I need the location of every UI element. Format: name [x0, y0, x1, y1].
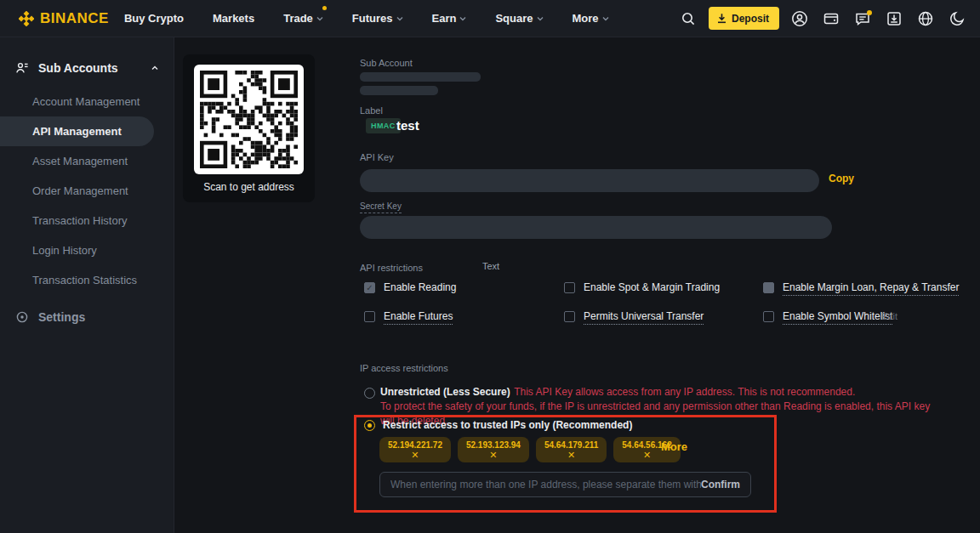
- globe-icon[interactable]: [914, 8, 937, 30]
- sidebar-item-order-management[interactable]: Order Management: [0, 176, 174, 206]
- remove-ip-icon[interactable]: ✕: [411, 450, 419, 460]
- sidebar-item-api-management[interactable]: API Management: [0, 116, 154, 146]
- qr-code: [194, 65, 304, 174]
- checkbox-enable-futures[interactable]: Enable Futures: [364, 310, 453, 325]
- chevron-down-icon: [537, 15, 544, 22]
- sidebar-item-transaction-history[interactable]: Transaction History: [0, 206, 174, 235]
- sub-account-value-redacted-2: [360, 86, 438, 95]
- api-label-value: test: [396, 118, 419, 133]
- ip-access-restrictions-label: IP access restrictions: [360, 363, 448, 373]
- nav-earn[interactable]: Earn: [432, 12, 467, 25]
- checkbox-checked-icon: ✓: [364, 282, 375, 293]
- confirm-button[interactable]: Confirm: [701, 479, 740, 490]
- qr-card: Scan to get address: [183, 54, 315, 202]
- qr-caption: Scan to get address: [183, 181, 315, 193]
- remove-ip-icon[interactable]: ✕: [567, 450, 575, 460]
- binance-diamond-icon: [19, 11, 34, 26]
- dark-mode-moon-icon[interactable]: [946, 8, 968, 30]
- sub-account-label: Sub Account: [360, 58, 413, 68]
- edit-whitelist-button[interactable]: Edit: [881, 311, 897, 321]
- checkbox-enable-symbol-whitelist[interactable]: Enable Symbol Whitelist: [763, 310, 892, 325]
- api-restrictions-label: API restrictions: [360, 263, 423, 273]
- more-ips-button[interactable]: More: [661, 440, 687, 453]
- ip-address-input[interactable]: [390, 479, 701, 490]
- settings-icon: [15, 310, 29, 324]
- search-icon[interactable]: [677, 8, 699, 30]
- nav-futures[interactable]: Futures: [352, 12, 403, 25]
- chevron-down-icon: [396, 15, 403, 22]
- sidebar-section-label: Sub Accounts: [38, 61, 118, 75]
- deposit-arrow-icon: [716, 13, 727, 24]
- warning-line-1: This API Key allows access from any IP a…: [514, 386, 855, 398]
- radio-unselected-icon: [364, 388, 375, 399]
- chevron-up-icon: [151, 65, 158, 71]
- sidebar-item-account-management[interactable]: Account Management: [0, 87, 174, 116]
- chevron-down-icon: [316, 15, 323, 22]
- sidebar-item-transaction-statistics[interactable]: Transaction Statistics: [0, 265, 174, 295]
- top-navbar: BINANCE Buy Crypto Markets Trade Futures…: [0, 0, 980, 37]
- sidebar-section-sub-accounts[interactable]: Sub Accounts: [0, 37, 174, 87]
- checkbox-enable-margin-loan[interactable]: Enable Margin Loan, Repay & Transfer: [763, 281, 959, 296]
- radio-selected-icon: [364, 420, 375, 431]
- label-field-label: Label: [360, 105, 383, 116]
- sidebar-item-asset-management[interactable]: Asset Management: [0, 146, 174, 176]
- api-key-value-field: [360, 169, 819, 192]
- main-nav: Buy Crypto Markets Trade Futures Earn Sq…: [124, 12, 609, 25]
- ip-address-input-wrap: Confirm: [379, 472, 751, 497]
- checkbox-permits-universal-transfer[interactable]: Permits Universal Transfer: [564, 310, 704, 325]
- nav-square[interactable]: Square: [495, 12, 543, 25]
- deposit-button[interactable]: Deposit: [709, 7, 779, 30]
- checkbox-enable-spot-margin-trading[interactable]: Enable Spot & Margin Trading: [564, 281, 720, 293]
- nav-trade[interactable]: Trade: [283, 12, 323, 25]
- chevron-down-icon: [602, 15, 609, 22]
- nav-buy-crypto[interactable]: Buy Crypto: [124, 12, 184, 25]
- ip-chip: 52.193.123.94 ✕: [458, 437, 529, 462]
- chat-icon[interactable]: [852, 8, 874, 30]
- profile-icon[interactable]: [789, 8, 811, 30]
- nav-markets[interactable]: Markets: [213, 12, 254, 25]
- radio-unrestricted-label[interactable]: Unrestricted (Less Secure): [380, 386, 510, 398]
- text-label: Text: [482, 261, 499, 271]
- sidebar: Sub Accounts Account Management API Mana…: [0, 37, 174, 533]
- ip-chip: 54.64.179.211 ✕: [536, 437, 607, 462]
- radio-unrestricted[interactable]: [364, 384, 375, 399]
- ip-chip: 52.194.221.72 ✕: [379, 437, 451, 462]
- remove-ip-icon[interactable]: ✕: [643, 450, 651, 460]
- brand-name: BINANCE: [40, 10, 109, 27]
- hmac-badge: HMAC: [366, 118, 401, 133]
- checkbox-unchecked-icon: [564, 311, 575, 322]
- secret-key-label: Secret Key: [360, 201, 402, 213]
- radio-restrict-trusted-ips[interactable]: Restrict access to trusted IPs only (Rec…: [364, 419, 632, 431]
- checkbox-enable-reading[interactable]: ✓ Enable Reading: [364, 281, 456, 293]
- user-list-icon: [15, 61, 29, 75]
- wallet-icon[interactable]: [820, 8, 842, 30]
- checkbox-disabled-icon: [763, 282, 774, 293]
- checkbox-unchecked-icon: [763, 311, 774, 322]
- chat-notification-dot: [867, 10, 872, 15]
- sidebar-item-login-history[interactable]: Login History: [0, 235, 174, 265]
- remove-ip-icon[interactable]: ✕: [489, 450, 497, 460]
- ip-chip-list: 52.194.221.72 ✕ 52.193.123.94 ✕ 54.64.17…: [379, 437, 681, 462]
- api-key-label: API Key: [360, 152, 394, 162]
- checkbox-unchecked-icon: [364, 311, 375, 322]
- binance-logo[interactable]: BINANCE: [19, 10, 109, 27]
- checkbox-unchecked-icon: [564, 282, 575, 293]
- nav-more[interactable]: More: [573, 12, 609, 25]
- copy-button[interactable]: Copy: [829, 173, 854, 184]
- topbar-actions: Deposit: [677, 7, 968, 30]
- trade-notification-dot: [322, 6, 327, 10]
- download-tray-icon[interactable]: [883, 8, 905, 30]
- chevron-down-icon: [459, 15, 466, 22]
- sidebar-item-settings[interactable]: Settings: [0, 302, 100, 332]
- secret-key-value-field: [360, 216, 832, 239]
- sub-account-value-redacted: [360, 72, 481, 82]
